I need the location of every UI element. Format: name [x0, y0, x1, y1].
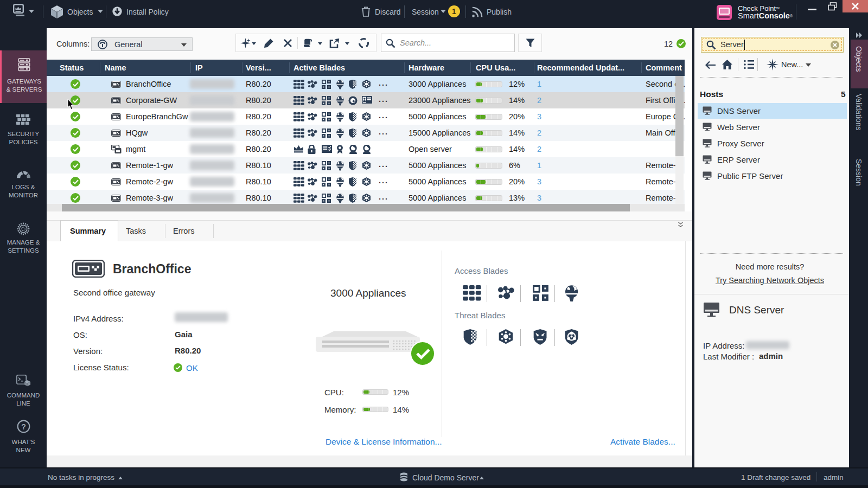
svg-text:?: ? — [21, 422, 26, 431]
